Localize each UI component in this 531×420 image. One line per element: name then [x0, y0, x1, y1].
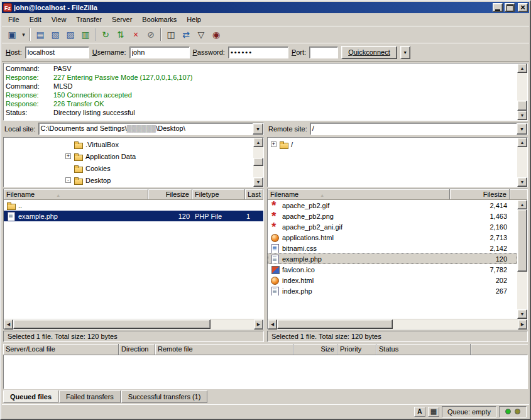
tree-item[interactable]: - Desktop — [4, 174, 253, 186]
column-header-last-modified[interactable]: Last modified — [245, 189, 263, 199]
scrollbar-thumb[interactable] — [517, 209, 527, 272]
scrollbar-thumb[interactable] — [517, 101, 527, 111]
scroll-up-button[interactable] — [253, 138, 263, 147]
username-input[interactable] — [129, 47, 190, 58]
disconnect-button[interactable]: ⊘ — [143, 28, 158, 41]
quickconnect-button[interactable]: Quickconnect — [341, 46, 397, 59]
scroll-down-button[interactable] — [253, 177, 263, 187]
host-input[interactable] — [25, 47, 89, 58]
close-button[interactable] — [518, 3, 528, 12]
scrollbar-track[interactable] — [517, 147, 527, 177]
tree-item[interactable]: + Application Data — [4, 150, 253, 162]
apache_pb2.gif[interactable]: apache_pb2.gif 2,414 — [268, 200, 517, 211]
remote-horizontal-scrollbar[interactable] — [268, 319, 527, 329]
directory-comparison-button[interactable]: ◫ — [163, 28, 178, 41]
process-queue-button[interactable]: ⇅ — [113, 28, 128, 41]
scroll-up-button[interactable] — [517, 138, 527, 147]
remote-site-path[interactable]: / — [310, 123, 517, 135]
applications.html[interactable]: applications.html 2,713 — [268, 232, 517, 243]
..[interactable]: .. — [4, 200, 263, 211]
tab-queued-files[interactable]: Queued files — [3, 390, 58, 403]
tree-item[interactable]: Cookies — [4, 162, 253, 174]
scroll-down-button[interactable] — [517, 309, 527, 319]
chevron-down-icon[interactable] — [517, 123, 527, 135]
scroll-left-button[interactable] — [268, 319, 277, 329]
column-header-status[interactable]: Status — [376, 344, 471, 355]
index.php[interactable]: index.php 267 — [268, 285, 517, 296]
local-tree-scrollbar[interactable] — [253, 138, 263, 187]
tab-failed-transfers[interactable]: Failed transfers — [59, 390, 121, 403]
scrollbar-track[interactable] — [277, 319, 518, 329]
tree-expander-icon[interactable]: + — [271, 141, 276, 147]
local-site-combo[interactable]: C:\Documents and Settings\▒▒▒▒▒▒\Desktop… — [38, 123, 264, 135]
scrollbar-thumb[interactable] — [277, 319, 393, 329]
toggle-transfer-queue-button[interactable]: ▥ — [78, 28, 93, 41]
favicon.ico[interactable]: favicon.ico 7,782 — [268, 264, 517, 275]
tree-item[interactable]: .VirtualBox — [4, 138, 253, 150]
port-input[interactable] — [309, 47, 338, 58]
site-manager-button[interactable]: ▣ — [4, 28, 19, 41]
scrollbar-track[interactable] — [517, 73, 527, 111]
tree-expander-icon[interactable]: + — [65, 153, 71, 159]
column-header-direction[interactable]: Direction — [119, 344, 155, 355]
column-header-size[interactable]: Size — [293, 344, 337, 355]
menu-item[interactable]: Transfer — [71, 14, 107, 25]
scroll-right-button[interactable] — [518, 319, 527, 329]
refresh-button[interactable]: ↻ — [98, 28, 113, 41]
menu-item[interactable]: Help — [182, 14, 206, 25]
scroll-left-button[interactable] — [4, 319, 13, 329]
apache_pb2.png[interactable]: apache_pb2.png 1,463 — [268, 211, 517, 221]
chevron-down-icon[interactable] — [253, 123, 263, 135]
toggle-local-tree-button[interactable]: ▧ — [48, 28, 63, 41]
synchronized-browsing-button[interactable]: ⇄ — [178, 28, 194, 41]
filezilla-logo-icon[interactable]: Fz — [3, 3, 12, 12]
column-header-server-local-file[interactable]: Server/Local file — [3, 344, 119, 355]
toggle-remote-tree-button[interactable]: ▨ — [63, 28, 78, 41]
toggle-message-log-button[interactable]: ▤ — [33, 28, 48, 41]
remote-vertical-scrollbar[interactable] — [517, 200, 527, 319]
scrollbar-thumb[interactable] — [253, 158, 263, 166]
column-header-remote-file[interactable]: Remote file — [155, 344, 293, 355]
scrollbar-thumb[interactable] — [13, 319, 211, 329]
example.php[interactable]: example.php 120 PHP File 1 — [4, 211, 263, 221]
scrollbar-track[interactable] — [253, 147, 263, 177]
tree-item[interactable]: + / — [268, 138, 517, 150]
minimize-button[interactable] — [493, 3, 503, 12]
column-header-priority[interactable]: Priority — [337, 344, 376, 355]
scroll-up-button[interactable] — [517, 200, 527, 209]
log-vertical-scrollbar[interactable] — [517, 64, 527, 120]
column-header-filename[interactable]: Filename — [4, 189, 148, 199]
tree-expander-icon[interactable]: - — [65, 177, 71, 183]
cancel-button[interactable]: × — [128, 28, 143, 41]
index.html[interactable]: index.html 202 — [268, 275, 517, 285]
scroll-down-button[interactable] — [517, 177, 527, 187]
site-manager-dropdown-button[interactable]: ▾ — [19, 28, 28, 41]
apache_pb2_ani.gif[interactable]: apache_pb2_ani.gif 2,160 — [268, 221, 517, 232]
example.php[interactable]: example.php 120 — [268, 253, 517, 264]
menu-item[interactable]: Edit — [25, 14, 47, 25]
column-header-filesize[interactable]: Filesize — [450, 189, 510, 199]
local-site-path[interactable]: C:\Documents and Settings\▒▒▒▒▒▒\Desktop… — [39, 123, 253, 135]
column-header-filesize[interactable]: Filesize — [148, 189, 192, 199]
tab-successful-transfers[interactable]: Successful transfers (1) — [121, 390, 208, 403]
column-header-filetype[interactable]: Filetype — [192, 189, 245, 199]
menu-item[interactable]: View — [47, 14, 72, 25]
quickconnect-dropdown-button[interactable] — [400, 46, 410, 59]
local-horizontal-scrollbar[interactable] — [4, 319, 263, 329]
scroll-down-button[interactable] — [517, 111, 527, 120]
filter-button[interactable]: ▽ — [194, 28, 209, 41]
menu-item[interactable]: File — [3, 14, 25, 25]
remote-site-combo[interactable]: / — [310, 123, 528, 135]
bitnami.css[interactable]: bitnami.css 2,142 — [268, 243, 517, 253]
find-button[interactable]: ◉ — [209, 28, 224, 41]
menu-item[interactable]: Server — [107, 14, 137, 25]
scroll-up-button[interactable] — [517, 64, 527, 73]
password-input[interactable] — [228, 47, 288, 58]
menu-item[interactable]: Bookmarks — [137, 14, 182, 25]
scrollbar-track[interactable] — [13, 319, 254, 329]
scrollbar-track[interactable] — [517, 209, 527, 309]
scroll-right-button[interactable] — [254, 319, 263, 329]
column-header-filename[interactable]: Filename — [268, 189, 450, 199]
remote-tree-scrollbar[interactable] — [517, 138, 527, 187]
maximize-button[interactable] — [505, 3, 515, 12]
